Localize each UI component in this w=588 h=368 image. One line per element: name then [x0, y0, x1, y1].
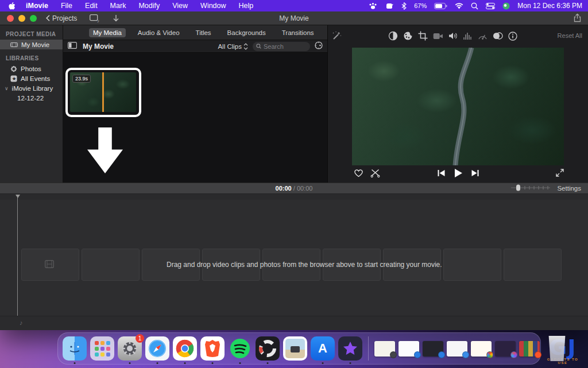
viewer-panel: Reset All: [327, 25, 588, 183]
dock-launchpad-icon[interactable]: [90, 336, 114, 361]
sidebar-item-all-events[interactable]: ★ All Events: [0, 73, 63, 83]
clip-scrubber-line: [102, 72, 104, 112]
bluetooth-icon[interactable]: [401, 2, 407, 10]
timeline[interactable]: Drag and drop video clips and photos fro…: [0, 194, 588, 330]
stabilization-icon[interactable]: [433, 32, 443, 40]
viewer-controls: [328, 165, 588, 183]
search-icon: [256, 44, 261, 49]
close-window-button[interactable]: [7, 15, 14, 22]
media-browser: My Media Audio & Video Titles Background…: [63, 25, 327, 183]
placeholder-cell: [443, 249, 501, 281]
dock-system-settings-icon[interactable]: 1: [118, 336, 142, 361]
window-title: My Movie: [0, 14, 588, 22]
favorite-heart-icon[interactable]: [354, 169, 363, 180]
menu-edit[interactable]: Edit: [85, 2, 98, 10]
menu-modify[interactable]: Modify: [138, 2, 160, 10]
menu-extra-app-icon[interactable]: [502, 2, 510, 10]
sidebar-item-my-movie[interactable]: My Movie: [0, 40, 63, 49]
zoom-window-button[interactable]: [30, 15, 37, 22]
dock-brave-icon[interactable]: [200, 336, 225, 361]
dock-app-store-icon[interactable]: A: [311, 336, 335, 361]
menu-help[interactable]: Help: [239, 2, 254, 10]
back-to-projects-button[interactable]: Projects: [46, 14, 77, 22]
tab-titles[interactable]: Titles: [192, 28, 215, 37]
all-events-star-icon: ★: [10, 75, 17, 82]
clips-area[interactable]: 23.9s: [63, 53, 327, 183]
import-arrow-icon[interactable]: [113, 14, 119, 22]
skip-back-icon[interactable]: [437, 169, 445, 179]
tab-backgrounds[interactable]: Backgrounds: [223, 28, 270, 37]
sidebar-item-imovie-library[interactable]: ∨ iMovie Library: [0, 83, 63, 93]
minimized-window[interactable]: [399, 341, 419, 357]
menu-imovie[interactable]: iMovie: [26, 2, 48, 10]
reset-all-button[interactable]: Reset All: [558, 32, 582, 39]
menu-mark[interactable]: Mark: [110, 2, 126, 10]
filmstrip-icon: [45, 260, 54, 270]
dock-finder-icon[interactable]: [63, 336, 87, 361]
fullscreen-icon[interactable]: [556, 169, 564, 179]
battery-icon[interactable]: [434, 3, 447, 9]
auto-enhance-wand-icon[interactable]: [331, 31, 342, 44]
disclosure-chevron-icon[interactable]: ∨: [5, 86, 9, 91]
kettle-icon[interactable]: [385, 2, 394, 10]
search-field[interactable]: [253, 42, 310, 51]
minimized-window[interactable]: [423, 341, 443, 357]
menu-window[interactable]: Window: [200, 2, 226, 10]
info-icon[interactable]: [508, 32, 517, 41]
sidebar-item-event-date[interactable]: 12-12-22: [0, 93, 63, 103]
minimized-window[interactable]: [374, 341, 395, 357]
tab-audio-video[interactable]: Audio & Video: [134, 28, 184, 37]
clip-appearance-icon[interactable]: [315, 41, 323, 51]
minimize-window-button[interactable]: [18, 15, 25, 22]
dock-chrome-icon[interactable]: [173, 336, 197, 361]
menu-clock[interactable]: Mon 12 Dec 6:36 PM: [517, 2, 582, 10]
media-browser-toggle-icon[interactable]: ♪: [90, 14, 100, 22]
minimized-window[interactable]: [495, 341, 516, 357]
dock-color-wheel-app-icon[interactable]: [256, 336, 280, 361]
all-clips-filter[interactable]: All Clips: [218, 43, 248, 50]
menu-view[interactable]: View: [172, 2, 188, 10]
noise-reduction-icon[interactable]: [463, 32, 473, 40]
wifi-icon[interactable]: [455, 3, 463, 9]
forest-road-image: [352, 48, 564, 165]
minimized-window[interactable]: [519, 341, 540, 357]
speed-icon[interactable]: [478, 32, 488, 40]
skip-forward-icon[interactable]: [471, 169, 479, 179]
color-correction-icon[interactable]: [403, 31, 413, 41]
minimized-window[interactable]: [471, 341, 492, 357]
dock-divider: [368, 336, 369, 361]
minimized-window[interactable]: [447, 341, 467, 357]
svg-text:♪: ♪: [97, 18, 99, 23]
viewer-video[interactable]: [352, 48, 564, 165]
share-icon[interactable]: [574, 14, 581, 25]
dock-photo-booth-icon[interactable]: [283, 336, 307, 361]
dock-imovie-icon[interactable]: [338, 336, 362, 361]
menu-file[interactable]: File: [61, 2, 72, 10]
tab-my-media[interactable]: My Media: [89, 28, 126, 37]
crop-icon[interactable]: [418, 31, 428, 41]
timeline-empty-message: Drag and drop video clips and photos fro…: [167, 249, 442, 281]
playhead[interactable]: [17, 195, 20, 330]
tab-transitions[interactable]: Transitions: [278, 28, 318, 37]
color-balance-icon[interactable]: [388, 31, 398, 41]
control-center-icon[interactable]: [486, 3, 495, 9]
window-title-bar: Projects ♪ My Movie: [0, 11, 588, 25]
timeline-settings-button[interactable]: Settings: [557, 185, 581, 192]
video-clip-thumbnail[interactable]: 23.9s: [70, 72, 136, 112]
spotlight-search-icon[interactable]: [471, 2, 478, 10]
sidebar-item-photos[interactable]: Photos: [0, 64, 63, 73]
volume-icon[interactable]: [448, 32, 458, 40]
play-button-icon[interactable]: [453, 168, 463, 180]
dock-spotify-icon[interactable]: [228, 336, 252, 361]
timecode: 00:00 / 00:00: [0, 185, 588, 192]
sidebar-toggle-icon[interactable]: [68, 42, 77, 51]
clip-filter-effects-icon[interactable]: [493, 32, 503, 40]
reject-scissors-icon[interactable]: [370, 169, 380, 180]
search-input[interactable]: [264, 43, 304, 50]
dock-safari-icon[interactable]: [145, 336, 169, 361]
paw-icon[interactable]: [369, 2, 377, 10]
timeline-zoom-slider[interactable]: [510, 184, 551, 192]
menu-bar: iMovie File Edit Mark Modify View Window…: [0, 0, 588, 11]
battery-percent: 67%: [414, 2, 427, 9]
apple-menu-icon[interactable]: [8, 2, 16, 10]
